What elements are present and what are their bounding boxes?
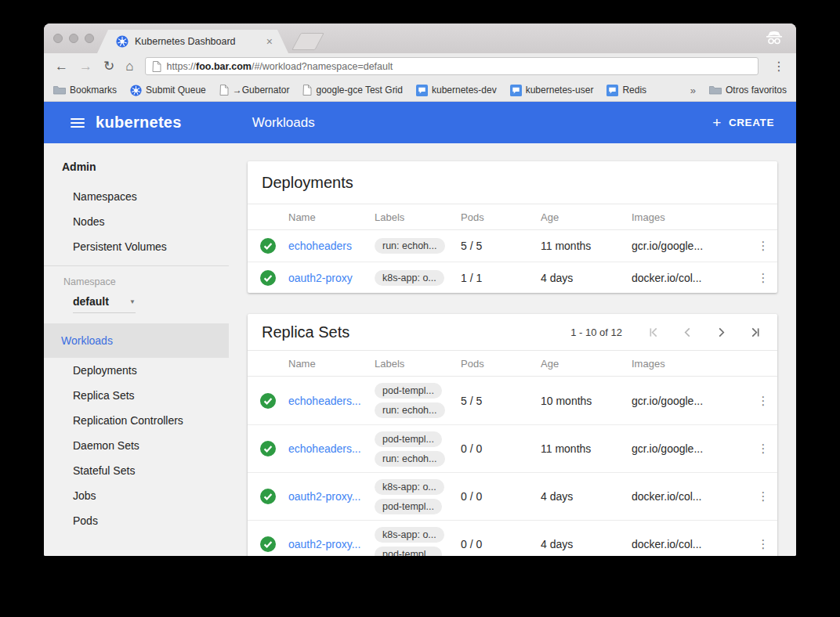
images-cell: docker.io/col... bbox=[632, 272, 749, 284]
sidebar-item-stateful-sets[interactable]: Stateful Sets bbox=[44, 458, 229, 483]
label-chip[interactable]: run: echoh... bbox=[375, 238, 445, 254]
status-ok-icon bbox=[260, 441, 276, 456]
namespace-label: Namespace bbox=[63, 276, 229, 289]
page-icon bbox=[219, 85, 229, 96]
last-page-icon[interactable] bbox=[750, 327, 760, 337]
column-header-images: Images bbox=[632, 358, 749, 370]
age-cell: 4 days bbox=[541, 538, 632, 550]
column-header-labels: Labels bbox=[375, 358, 461, 370]
bookmark-item[interactable]: Submit Queue bbox=[130, 85, 206, 96]
browser-toolbar: ← → ↻ ⌂ https://foo.bar.com/#/workload?n… bbox=[44, 53, 796, 79]
back-icon[interactable]: ← bbox=[55, 60, 68, 73]
row-menu-icon[interactable]: ⋮ bbox=[758, 394, 769, 408]
bookmark-item[interactable]: google-gce Test Grid bbox=[302, 85, 403, 96]
app-header: kubernetes Workloads + CREATE bbox=[44, 102, 796, 143]
forward-icon[interactable]: → bbox=[79, 60, 92, 73]
close-tab-icon[interactable]: × bbox=[266, 35, 273, 48]
deployment-link[interactable]: echoheaders bbox=[288, 240, 375, 252]
zoom-window-button[interactable] bbox=[85, 34, 94, 43]
folder-icon bbox=[709, 85, 722, 95]
label-chip[interactable]: k8s-app: o... bbox=[375, 270, 444, 286]
bookmark-other-favorites[interactable]: Otros favoritos bbox=[709, 85, 787, 96]
sidebar-divider bbox=[44, 265, 229, 266]
status-ok-icon bbox=[260, 489, 276, 504]
sidebar-item-daemon-sets[interactable]: Daemon Sets bbox=[44, 433, 229, 458]
bookmark-item[interactable]: kubernetes-user bbox=[510, 85, 594, 96]
column-header-images: Images bbox=[632, 211, 749, 223]
pagination-range: 1 - 10 of 12 bbox=[570, 327, 622, 338]
sidebar-item-persistent-volumes[interactable]: Persistent Volumes bbox=[44, 234, 229, 259]
first-page-icon[interactable] bbox=[649, 327, 659, 337]
row-menu-icon[interactable]: ⋮ bbox=[758, 489, 769, 503]
sidebar-item-deployments[interactable]: Deployments bbox=[44, 358, 229, 383]
status-ok-icon bbox=[260, 270, 276, 286]
label-chip[interactable]: k8s-app: o... bbox=[375, 527, 444, 543]
kubernetes-icon bbox=[130, 85, 142, 96]
label-chip[interactable]: run: echoh... bbox=[375, 402, 445, 418]
age-cell: 10 months bbox=[541, 395, 632, 407]
row-menu-icon[interactable]: ⋮ bbox=[758, 537, 769, 551]
close-window-button[interactable] bbox=[53, 34, 63, 43]
deployment-link[interactable]: oauth2-proxy bbox=[288, 272, 375, 284]
page-title: Workloads bbox=[252, 115, 315, 131]
column-header-labels: Labels bbox=[375, 211, 461, 223]
bookmarks-overflow-icon[interactable]: » bbox=[690, 85, 696, 96]
label-chip[interactable]: run: echoh... bbox=[375, 451, 445, 467]
chevron-down-icon: ▼ bbox=[129, 298, 136, 305]
bookmark-folder[interactable]: Bookmarks bbox=[53, 85, 117, 96]
browser-menu-icon[interactable]: ⋮ bbox=[769, 59, 788, 74]
bookmark-item[interactable]: Redis bbox=[606, 85, 646, 96]
label-chip[interactable]: k8s-app: o... bbox=[375, 479, 444, 495]
replica-set-link[interactable]: echoheaders... bbox=[288, 395, 375, 407]
url-text: https://foo.bar.com/#/workload?namespace… bbox=[167, 61, 393, 72]
kubernetes-favicon-icon bbox=[116, 35, 129, 48]
groups-icon bbox=[606, 85, 618, 96]
images-cell: docker.io/col... bbox=[632, 490, 749, 503]
minimize-window-button[interactable] bbox=[69, 34, 78, 43]
row-menu-icon[interactable]: ⋮ bbox=[758, 442, 769, 456]
namespace-select[interactable]: default ▼ bbox=[73, 295, 136, 313]
age-cell: 4 days bbox=[541, 490, 632, 503]
column-header-age: Age bbox=[541, 358, 632, 370]
sidebar-item-namespaces[interactable]: Namespaces bbox=[44, 184, 229, 209]
browser-tab[interactable]: Kubernetes Dashboard × bbox=[97, 30, 288, 53]
age-cell: 11 months bbox=[541, 442, 632, 455]
create-button[interactable]: + CREATE bbox=[712, 114, 774, 132]
pods-cell: 0 / 0 bbox=[461, 490, 541, 503]
sidebar-item-replication-controllers[interactable]: Replication Controllers bbox=[44, 408, 229, 433]
replica-set-link[interactable]: oauth2-proxy... bbox=[288, 490, 375, 503]
sidebar-item-replica-sets[interactable]: Replica Sets bbox=[44, 383, 229, 408]
bookmark-item[interactable]: kubernetes-dev bbox=[416, 85, 497, 96]
label-chip[interactable]: pod-templ... bbox=[375, 431, 442, 447]
plus-icon: + bbox=[712, 114, 722, 132]
label-chip[interactable]: pod-templ... bbox=[375, 499, 442, 514]
row-menu-icon[interactable]: ⋮ bbox=[758, 239, 769, 253]
sidebar-item-admin[interactable]: Admin bbox=[62, 161, 229, 184]
sidebar-item-workloads[interactable]: Workloads bbox=[44, 323, 229, 358]
label-chip[interactable]: pod-templ... bbox=[375, 547, 442, 557]
column-header-name: Name bbox=[288, 358, 375, 370]
home-icon[interactable]: ⌂ bbox=[125, 60, 133, 73]
sidebar-item-pods[interactable]: Pods bbox=[44, 508, 229, 533]
replica-set-link[interactable]: echoheaders... bbox=[288, 442, 375, 455]
column-header-pods: Pods bbox=[461, 358, 541, 370]
pods-cell: 5 / 5 bbox=[461, 240, 541, 252]
bookmark-item[interactable]: →Gubernator bbox=[219, 85, 290, 96]
column-header-name: Name bbox=[288, 211, 375, 223]
table-header: Name Labels Pods Age Images bbox=[248, 350, 777, 377]
next-page-icon[interactable] bbox=[716, 327, 726, 337]
previous-page-icon[interactable] bbox=[682, 327, 693, 337]
page-icon bbox=[302, 85, 312, 96]
table-row: oauth2-proxy k8s-app: o... 1 / 1 4 days … bbox=[248, 262, 777, 293]
bookmarks-bar: Bookmarks Submit Queue →Gubernator googl… bbox=[44, 79, 796, 102]
new-tab-button[interactable] bbox=[291, 33, 324, 50]
reload-icon[interactable]: ↻ bbox=[103, 60, 114, 73]
label-chip[interactable]: pod-templ... bbox=[375, 383, 442, 399]
hamburger-menu-icon[interactable] bbox=[71, 118, 85, 128]
sidebar-item-jobs[interactable]: Jobs bbox=[44, 483, 229, 508]
replica-set-link[interactable]: oauth2-proxy... bbox=[288, 538, 375, 550]
table-row: echoheaders... pod-templ... run: echoh..… bbox=[248, 424, 777, 472]
sidebar-item-nodes[interactable]: Nodes bbox=[44, 209, 229, 234]
address-bar[interactable]: https://foo.bar.com/#/workload?namespace… bbox=[145, 57, 759, 75]
row-menu-icon[interactable]: ⋮ bbox=[758, 271, 769, 285]
